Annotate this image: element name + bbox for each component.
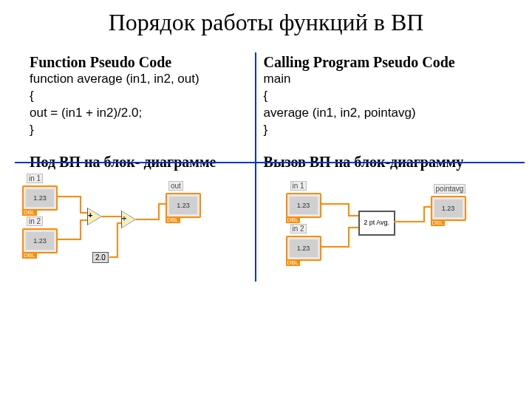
terminal-out: 1.23 [166,193,201,218]
type-tag-dbl: DBL [431,219,446,226]
quadrant-function-code: Function Pseudo Code function average (i… [15,51,242,142]
quadrant-calling-code: Calling Program Pseudo Code main { avera… [242,51,502,142]
quadrant-caller-diagram: Вызов ВП на блок-диаграмму in 1 1.23 DBL… [242,148,502,296]
type-tag-dbl: DBL [286,216,301,223]
plus-icon: + [88,211,92,219]
terminal-in2: 1.23 [286,236,321,261]
horizontal-divider [15,162,525,163]
label-out: out [168,181,183,191]
code-line: { [264,88,495,105]
terminal-pointavg: 1.23 [431,196,466,221]
code-line: average (in1, in2, pointavg) [264,105,495,122]
label-in1: in 1 [27,174,43,183]
terminal-in2: 1.23 [22,228,58,253]
terminal-in1: 1.23 [22,185,58,211]
code-line: function average (in1, in2, out) [30,71,234,88]
page-title: Порядок работы функций в ВП [0,9,532,36]
slide-grid: Function Pseudo Code function average (i… [15,51,502,296]
heading-function-code: Function Pseudo Code [30,54,234,71]
code-line: } [30,122,234,139]
label-in2: in 2 [290,224,307,233]
diagram-average-subvi: in 1 1.23 DBL in 2 1.23 DBL + [22,185,234,285]
diagram-caller: in 1 1.23 DBL in 2 1.23 DBL 2 pt Avg. [286,193,495,293]
code-line: out = (in1 + in2)/2.0; [30,105,234,122]
type-tag-dbl: DBL [22,252,37,259]
type-tag-dbl: DBL [286,259,301,266]
quadrant-subvi-diagram: Под ВП на блок- диаграмме in 1 1.23 DBL … [15,148,242,296]
heading-calling-code: Calling Program Pseudo Code [264,54,495,71]
divide-icon: ÷ [122,214,126,222]
terminal-in1: 1.23 [286,193,321,218]
code-line: } [264,122,495,139]
constant-2: 2.0 [92,252,109,263]
vertical-divider [255,52,256,282]
code-line: main [264,71,495,88]
type-tag-dbl: DBL [22,209,37,216]
label-in2: in 2 [27,216,43,226]
subvi-node: 2 pt Avg. [358,211,395,236]
code-line: { [30,88,234,105]
label-in1: in 1 [290,181,307,191]
label-pointavg: pointavg [434,184,466,194]
type-tag-dbl: DBL [166,216,180,223]
